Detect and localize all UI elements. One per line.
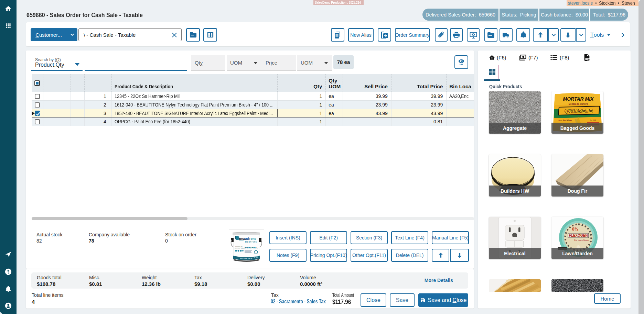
svg-text:MORTAR MIX: MORTAR MIX [563,96,594,102]
svg-text:ACRYLIC PAINT: ACRYLIC PAINT [235,248,245,249]
svg-text:No. 1102: No. 1102 [590,120,596,121]
svg-text:FLEXOGEN: FLEXOGEN [569,234,588,237]
svg-text:EGGSHELL: EGGSHELL [245,246,258,249]
svg-text:Just Add Water: Just Add Water [558,119,572,121]
svg-text:For Lawn Needs: For Lawn Needs [574,239,589,241]
svg-text:MEDIUM BASE: MEDIUM BASE [240,257,253,259]
svg-text:SIGNATURE: SIGNATURE [245,241,257,243]
svg-text:Mezcla de Mortero: Mezcla de Mortero [569,103,588,105]
svg-text:3.43 L: 3.43 L [254,256,258,258]
svg-text:QUIKRETE: QUIKRETE [565,108,593,114]
svg-text:8¾: 8¾ [572,227,578,232]
svg-text:BeautiTone: BeautiTone [239,237,256,240]
